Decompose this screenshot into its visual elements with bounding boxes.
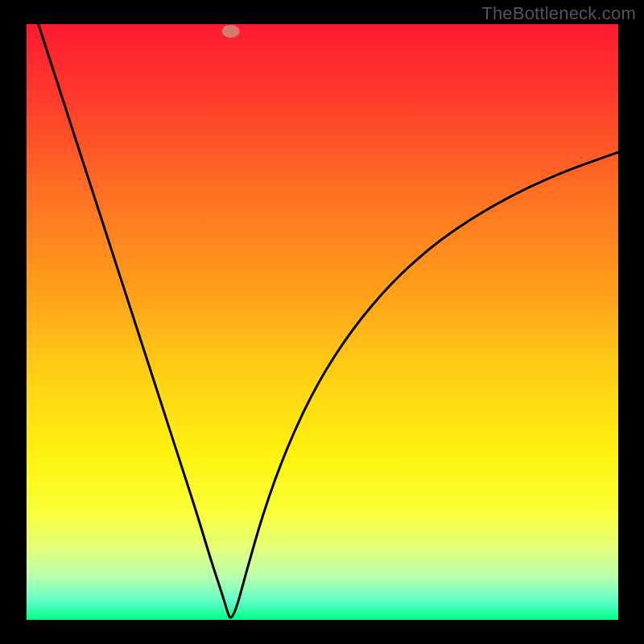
plot-background xyxy=(27,24,618,620)
optimum-marker xyxy=(222,25,240,38)
bottleneck-chart xyxy=(0,0,644,644)
watermark-text: TheBottleneck.com xyxy=(481,3,636,24)
chart-frame: TheBottleneck.com xyxy=(0,0,644,644)
